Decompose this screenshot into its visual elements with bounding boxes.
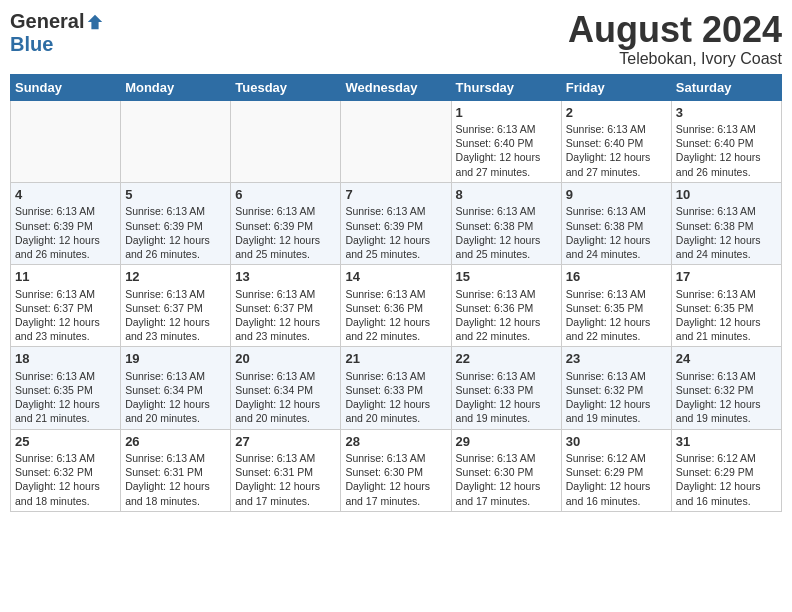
calendar-day-28: 28Sunrise: 6:13 AMSunset: 6:30 PMDayligh… bbox=[341, 429, 451, 511]
day-content-line: Sunset: 6:32 PM bbox=[15, 466, 93, 478]
day-number: 24 bbox=[676, 350, 777, 368]
day-content-line: Sunrise: 6:13 AM bbox=[456, 288, 536, 300]
day-content-line: Sunset: 6:30 PM bbox=[456, 466, 534, 478]
day-number: 6 bbox=[235, 186, 336, 204]
day-number: 2 bbox=[566, 104, 667, 122]
day-content-line: Sunrise: 6:13 AM bbox=[125, 205, 205, 217]
day-number: 9 bbox=[566, 186, 667, 204]
day-content-line: Sunset: 6:37 PM bbox=[15, 302, 93, 314]
calendar-day-27: 27Sunrise: 6:13 AMSunset: 6:31 PMDayligh… bbox=[231, 429, 341, 511]
day-content-line: Daylight: 12 hours bbox=[235, 316, 320, 328]
day-content-line: and 27 minutes. bbox=[566, 166, 641, 178]
day-content-line: and 19 minutes. bbox=[566, 412, 641, 424]
calendar-day-24: 24Sunrise: 6:13 AMSunset: 6:32 PMDayligh… bbox=[671, 347, 781, 429]
day-number: 21 bbox=[345, 350, 446, 368]
day-content-line: Daylight: 12 hours bbox=[235, 234, 320, 246]
day-content-line: Sunset: 6:38 PM bbox=[566, 220, 644, 232]
day-content-line: and 20 minutes. bbox=[125, 412, 200, 424]
calendar-day-26: 26Sunrise: 6:13 AMSunset: 6:31 PMDayligh… bbox=[121, 429, 231, 511]
logo-icon bbox=[86, 13, 104, 31]
day-content-line: Sunset: 6:33 PM bbox=[456, 384, 534, 396]
day-number: 17 bbox=[676, 268, 777, 286]
calendar-day-10: 10Sunrise: 6:13 AMSunset: 6:38 PMDayligh… bbox=[671, 182, 781, 264]
calendar-day-empty bbox=[11, 100, 121, 182]
day-header-tuesday: Tuesday bbox=[231, 74, 341, 100]
calendar-day-15: 15Sunrise: 6:13 AMSunset: 6:36 PMDayligh… bbox=[451, 265, 561, 347]
day-content-line: Daylight: 12 hours bbox=[235, 398, 320, 410]
calendar-day-7: 7Sunrise: 6:13 AMSunset: 6:39 PMDaylight… bbox=[341, 182, 451, 264]
day-content-line: Daylight: 12 hours bbox=[566, 480, 651, 492]
calendar-day-9: 9Sunrise: 6:13 AMSunset: 6:38 PMDaylight… bbox=[561, 182, 671, 264]
calendar-day-17: 17Sunrise: 6:13 AMSunset: 6:35 PMDayligh… bbox=[671, 265, 781, 347]
calendar-day-11: 11Sunrise: 6:13 AMSunset: 6:37 PMDayligh… bbox=[11, 265, 121, 347]
day-number: 10 bbox=[676, 186, 777, 204]
calendar-week-row: 1Sunrise: 6:13 AMSunset: 6:40 PMDaylight… bbox=[11, 100, 782, 182]
day-content-line: and 26 minutes. bbox=[15, 248, 90, 260]
day-content-line: Daylight: 12 hours bbox=[15, 480, 100, 492]
day-number: 18 bbox=[15, 350, 116, 368]
calendar-day-2: 2Sunrise: 6:13 AMSunset: 6:40 PMDaylight… bbox=[561, 100, 671, 182]
day-content-line: Sunrise: 6:13 AM bbox=[676, 205, 756, 217]
calendar-table: SundayMondayTuesdayWednesdayThursdayFrid… bbox=[10, 74, 782, 512]
calendar-week-row: 11Sunrise: 6:13 AMSunset: 6:37 PMDayligh… bbox=[11, 265, 782, 347]
calendar-day-3: 3Sunrise: 6:13 AMSunset: 6:40 PMDaylight… bbox=[671, 100, 781, 182]
day-content-line: and 20 minutes. bbox=[345, 412, 420, 424]
calendar-day-13: 13Sunrise: 6:13 AMSunset: 6:37 PMDayligh… bbox=[231, 265, 341, 347]
day-content-line: Sunset: 6:38 PM bbox=[676, 220, 754, 232]
day-content-line: and 25 minutes. bbox=[345, 248, 420, 260]
logo-general-text: General bbox=[10, 10, 84, 33]
day-number: 20 bbox=[235, 350, 336, 368]
day-number: 15 bbox=[456, 268, 557, 286]
location-subtitle: Telebokan, Ivory Coast bbox=[568, 50, 782, 68]
day-content-line: Daylight: 12 hours bbox=[15, 398, 100, 410]
day-content-line: Sunset: 6:32 PM bbox=[676, 384, 754, 396]
day-content-line: Daylight: 12 hours bbox=[125, 234, 210, 246]
day-content-line: Sunrise: 6:13 AM bbox=[15, 370, 95, 382]
day-content-line: and 22 minutes. bbox=[566, 330, 641, 342]
calendar-day-1: 1Sunrise: 6:13 AMSunset: 6:40 PMDaylight… bbox=[451, 100, 561, 182]
day-number: 3 bbox=[676, 104, 777, 122]
day-content-line: Sunrise: 6:13 AM bbox=[456, 123, 536, 135]
day-content-line: Daylight: 12 hours bbox=[676, 398, 761, 410]
day-content-line: Daylight: 12 hours bbox=[456, 398, 541, 410]
day-content-line: Sunrise: 6:13 AM bbox=[345, 288, 425, 300]
day-content-line: Sunset: 6:34 PM bbox=[125, 384, 203, 396]
calendar-day-8: 8Sunrise: 6:13 AMSunset: 6:38 PMDaylight… bbox=[451, 182, 561, 264]
day-content-line: Daylight: 12 hours bbox=[676, 480, 761, 492]
day-content-line: Sunset: 6:40 PM bbox=[456, 137, 534, 149]
day-content-line: Sunrise: 6:13 AM bbox=[676, 288, 756, 300]
day-number: 11 bbox=[15, 268, 116, 286]
title-section: August 2024 Telebokan, Ivory Coast bbox=[568, 10, 782, 68]
day-content-line: and 24 minutes. bbox=[566, 248, 641, 260]
day-number: 22 bbox=[456, 350, 557, 368]
day-number: 4 bbox=[15, 186, 116, 204]
calendar-day-23: 23Sunrise: 6:13 AMSunset: 6:32 PMDayligh… bbox=[561, 347, 671, 429]
day-content-line: Daylight: 12 hours bbox=[345, 480, 430, 492]
day-content-line: and 21 minutes. bbox=[15, 412, 90, 424]
day-content-line: Sunrise: 6:12 AM bbox=[676, 452, 756, 464]
day-content-line: and 18 minutes. bbox=[125, 495, 200, 507]
month-title: August 2024 bbox=[568, 10, 782, 50]
calendar-day-12: 12Sunrise: 6:13 AMSunset: 6:37 PMDayligh… bbox=[121, 265, 231, 347]
day-number: 30 bbox=[566, 433, 667, 451]
day-content-line: and 22 minutes. bbox=[345, 330, 420, 342]
day-content-line: Daylight: 12 hours bbox=[566, 398, 651, 410]
page-header: General Blue August 2024 Telebokan, Ivor… bbox=[10, 10, 782, 68]
day-content-line: and 18 minutes. bbox=[15, 495, 90, 507]
day-content-line: Sunset: 6:39 PM bbox=[345, 220, 423, 232]
day-number: 16 bbox=[566, 268, 667, 286]
calendar-day-empty bbox=[231, 100, 341, 182]
day-content-line: Daylight: 12 hours bbox=[125, 480, 210, 492]
day-number: 28 bbox=[345, 433, 446, 451]
day-content-line: and 23 minutes. bbox=[125, 330, 200, 342]
day-number: 1 bbox=[456, 104, 557, 122]
day-content-line: and 25 minutes. bbox=[235, 248, 310, 260]
day-content-line: Sunset: 6:39 PM bbox=[15, 220, 93, 232]
day-header-saturday: Saturday bbox=[671, 74, 781, 100]
calendar-header-row: SundayMondayTuesdayWednesdayThursdayFrid… bbox=[11, 74, 782, 100]
day-content-line: Daylight: 12 hours bbox=[15, 234, 100, 246]
day-content-line: Sunset: 6:40 PM bbox=[676, 137, 754, 149]
day-content-line: Sunrise: 6:13 AM bbox=[235, 288, 315, 300]
day-content-line: Daylight: 12 hours bbox=[676, 234, 761, 246]
day-content-line: Sunset: 6:32 PM bbox=[566, 384, 644, 396]
